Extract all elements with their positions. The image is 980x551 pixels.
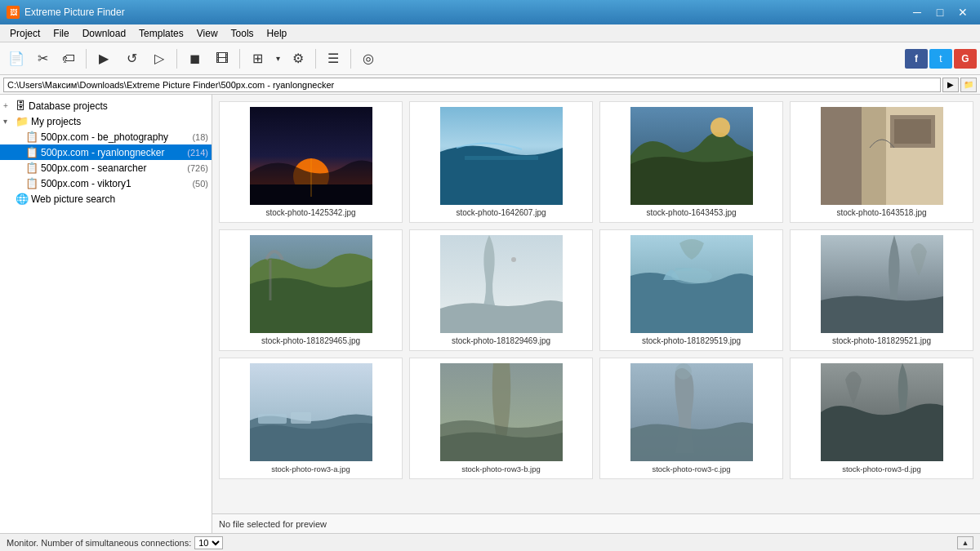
settings-button[interactable]: ⚙ bbox=[285, 47, 311, 71]
tree-item-ryanlongnecker[interactable]: 📋500px.com - ryanlongnecker (214) bbox=[0, 144, 212, 160]
minimize-button[interactable]: ─ bbox=[906, 4, 928, 20]
sep-4 bbox=[315, 49, 316, 69]
tag-button[interactable]: 🏷 bbox=[56, 47, 82, 71]
svg-point-15 bbox=[511, 257, 516, 262]
connections-select[interactable]: 10 5 15 20 bbox=[194, 536, 223, 549]
tree-item-my-projects[interactable]: ▾📁My projects bbox=[0, 113, 212, 129]
node-count: (726) bbox=[187, 163, 208, 173]
image-cell[interactable]: stock-photo-181829519.jpg bbox=[599, 229, 783, 351]
image-label: stock-photo-1643453.jpg bbox=[646, 208, 736, 217]
main-area: +🗄Database projects▾📁My projects📋500px.c… bbox=[0, 95, 980, 533]
sep-2 bbox=[176, 49, 177, 69]
menu-item-view[interactable]: View bbox=[190, 26, 225, 41]
image-cell[interactable]: stock-photo-1643453.jpg bbox=[599, 101, 783, 223]
image-thumb bbox=[250, 235, 372, 333]
menu-item-tools[interactable]: Tools bbox=[225, 26, 261, 41]
image-cell[interactable]: stock-photo-row3-b.jpg bbox=[409, 358, 593, 479]
image-label: stock-photo-1425342.jpg bbox=[265, 208, 355, 217]
image-thumb bbox=[630, 235, 753, 333]
image-cell[interactable]: stock-photo-row3-a.jpg bbox=[219, 358, 403, 479]
tree-item-web-search[interactable]: 🌐Web picture search bbox=[0, 191, 212, 207]
new-button[interactable]: 📄 bbox=[3, 47, 29, 71]
monitor-bar: Monitor. Number of simultaneous connecti… bbox=[0, 533, 980, 551]
svg-rect-12 bbox=[894, 119, 931, 144]
sep-1 bbox=[86, 49, 87, 69]
maximize-button[interactable]: □ bbox=[929, 4, 951, 20]
node-label: Web picture search bbox=[31, 193, 208, 205]
expand-icon: ▾ bbox=[3, 117, 13, 126]
node-icon: 🗄 bbox=[16, 100, 26, 112]
menu-item-file[interactable]: File bbox=[47, 26, 75, 41]
image-label: stock-photo-1642607.jpg bbox=[456, 208, 546, 217]
svg-rect-21 bbox=[258, 414, 287, 424]
image-cell[interactable]: stock-photo-row3-d.jpg bbox=[790, 358, 973, 479]
tree-item-be_photography[interactable]: 📋500px.com - be_photography (18) bbox=[0, 129, 212, 144]
image-thumb bbox=[821, 235, 943, 333]
close-button[interactable]: ✕ bbox=[952, 4, 973, 20]
grid-dropdown-button[interactable]: ▾ bbox=[272, 47, 283, 71]
menu-item-project[interactable]: Project bbox=[3, 26, 47, 41]
node-count: (18) bbox=[192, 132, 208, 142]
monitor-label: Monitor. Number of simultaneous connecti… bbox=[7, 538, 191, 548]
image-label: stock-photo-row3-c.jpg bbox=[652, 464, 730, 473]
address-input[interactable] bbox=[3, 78, 941, 92]
film-button[interactable]: 🎞 bbox=[209, 47, 235, 71]
node-icon: 📋 bbox=[25, 162, 38, 174]
facebook-icon[interactable]: f bbox=[905, 49, 928, 69]
image-label: stock-photo-181829465.jpg bbox=[261, 336, 360, 345]
address-go-button[interactable]: ▶ bbox=[942, 78, 959, 92]
node-label: 500px.com - ryanlongnecker bbox=[41, 147, 185, 158]
grid-button[interactable]: ⊞ bbox=[244, 47, 270, 71]
tree-item-viktory1[interactable]: 📋500px.com - viktory1 (50) bbox=[0, 176, 212, 191]
node-icon: 📋 bbox=[25, 146, 38, 158]
image-label: stock-photo-181829521.jpg bbox=[832, 336, 931, 345]
menu-item-templates[interactable]: Templates bbox=[132, 26, 190, 41]
google-icon[interactable]: G bbox=[954, 49, 977, 69]
image-label: stock-photo-181829469.jpg bbox=[452, 336, 550, 345]
scissors-button[interactable]: ✂ bbox=[29, 47, 56, 71]
preview-text: No file selected for preview bbox=[219, 519, 327, 529]
toolbar-group-1: 📄 ✂ 🏷 bbox=[3, 47, 82, 71]
node-label: 500px.com - seanarcher bbox=[41, 162, 185, 174]
address-folder-button[interactable]: 📁 bbox=[960, 78, 977, 92]
image-thumb bbox=[440, 363, 563, 461]
node-icon: 🌐 bbox=[16, 193, 29, 205]
image-thumb bbox=[440, 235, 563, 333]
image-label: stock-photo-181829519.jpg bbox=[642, 336, 741, 345]
image-label: stock-photo-row3-d.jpg bbox=[842, 464, 921, 473]
svg-rect-9 bbox=[821, 107, 862, 205]
image-label: stock-photo-1643518.jpg bbox=[836, 208, 926, 217]
svg-rect-5 bbox=[465, 156, 538, 160]
expand-icon: + bbox=[3, 101, 13, 110]
image-cell[interactable]: stock-photo-181829521.jpg bbox=[790, 229, 973, 351]
list-button[interactable]: ☰ bbox=[320, 47, 346, 71]
image-thumb bbox=[250, 363, 372, 461]
image-thumb bbox=[250, 107, 372, 205]
svg-point-18 bbox=[671, 268, 712, 284]
node-count: (50) bbox=[192, 179, 208, 189]
menu-item-download[interactable]: Download bbox=[76, 26, 132, 41]
node-icon: 📋 bbox=[25, 177, 38, 189]
play-alt-button[interactable]: ▷ bbox=[146, 47, 172, 71]
node-label: 500px.com - be_photography bbox=[41, 131, 189, 143]
play-button[interactable]: ▶ bbox=[91, 47, 117, 71]
image-grid-area: stock-photo-1425342.jpg stock-photo-1642… bbox=[212, 95, 980, 513]
refresh-button[interactable]: ↺ bbox=[118, 47, 145, 71]
stop-button[interactable]: ◼ bbox=[181, 47, 207, 71]
menu-item-help[interactable]: Help bbox=[261, 26, 294, 41]
monitor-expand-button[interactable]: ▲ bbox=[957, 536, 973, 549]
image-cell[interactable]: stock-photo-row3-c.jpg bbox=[599, 358, 783, 479]
image-cell[interactable]: stock-photo-1643518.jpg bbox=[790, 101, 973, 223]
image-cell[interactable]: stock-photo-1425342.jpg bbox=[219, 101, 403, 223]
node-label: Database projects bbox=[29, 100, 208, 112]
tree-item-searcher[interactable]: 📋500px.com - seanarcher (726) bbox=[0, 160, 212, 176]
image-thumb bbox=[630, 363, 753, 461]
image-cell[interactable]: stock-photo-181829465.jpg bbox=[219, 229, 403, 351]
svg-rect-22 bbox=[291, 412, 311, 424]
image-cell[interactable]: stock-photo-1642607.jpg bbox=[409, 101, 593, 223]
tree-item-db-projects[interactable]: +🗄Database projects bbox=[0, 98, 212, 113]
image-cell[interactable]: stock-photo-181829469.jpg bbox=[409, 229, 593, 351]
twitter-icon[interactable]: t bbox=[929, 49, 952, 69]
circle-button[interactable]: ◎ bbox=[355, 47, 381, 71]
image-thumb bbox=[440, 107, 563, 205]
